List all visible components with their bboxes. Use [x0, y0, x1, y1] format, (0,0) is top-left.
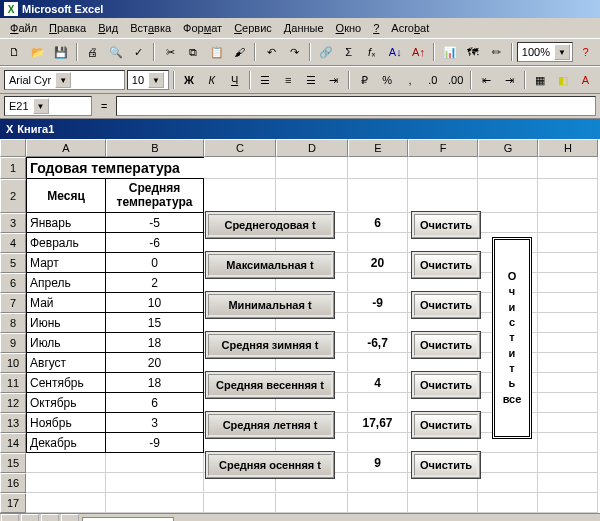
- cell[interactable]: Август: [26, 353, 106, 373]
- menu-insert[interactable]: Вставка: [124, 20, 177, 36]
- borders-icon[interactable]: ▦: [530, 69, 551, 91]
- cell[interactable]: [408, 493, 478, 513]
- inc-indent-icon[interactable]: ⇥: [499, 69, 520, 91]
- spreadsheet-grid[interactable]: A B C D E F G H 1Годовая температура2Мес…: [0, 139, 600, 513]
- sort-desc-icon[interactable]: A↑: [408, 41, 429, 63]
- compute-button[interactable]: Среднегодовая t: [206, 212, 334, 238]
- sort-asc-icon[interactable]: A↓: [385, 41, 406, 63]
- cell[interactable]: [538, 213, 598, 233]
- col-header[interactable]: C: [204, 139, 276, 157]
- col-header[interactable]: A: [26, 139, 106, 157]
- spell-icon[interactable]: ✓: [128, 41, 149, 63]
- row-header[interactable]: 7: [0, 293, 26, 313]
- menu-format[interactable]: Формат: [177, 20, 228, 36]
- clear-button[interactable]: Очистить: [412, 252, 480, 278]
- row-header[interactable]: 4: [0, 233, 26, 253]
- cell[interactable]: [538, 493, 598, 513]
- select-all-corner[interactable]: [0, 139, 26, 157]
- menu-acrobat[interactable]: Acrobat: [385, 20, 435, 36]
- menu-window[interactable]: Окно: [330, 20, 368, 36]
- comma-icon[interactable]: ,: [400, 69, 421, 91]
- row-header[interactable]: 17: [0, 493, 26, 513]
- cell[interactable]: [348, 393, 408, 413]
- cell[interactable]: [204, 493, 276, 513]
- cell[interactable]: [538, 433, 598, 453]
- col-header[interactable]: F: [408, 139, 478, 157]
- compute-button[interactable]: Средняя весенняя t: [206, 372, 334, 398]
- new-icon[interactable]: 🗋: [4, 41, 25, 63]
- map-icon[interactable]: 🗺: [462, 41, 483, 63]
- cell[interactable]: 9: [348, 453, 408, 473]
- cell[interactable]: [106, 493, 204, 513]
- menu-tools[interactable]: Сервис: [228, 20, 278, 36]
- cell[interactable]: [538, 293, 598, 313]
- cell[interactable]: 4: [348, 373, 408, 393]
- dec-decimal-icon[interactable]: .00: [445, 69, 466, 91]
- merge-center-icon[interactable]: ⇥: [323, 69, 344, 91]
- cell[interactable]: [538, 179, 598, 213]
- row-header[interactable]: 13: [0, 413, 26, 433]
- cell[interactable]: 18: [106, 333, 204, 353]
- cell[interactable]: [478, 213, 538, 233]
- row-header[interactable]: 10: [0, 353, 26, 373]
- formula-equals[interactable]: =: [96, 100, 112, 112]
- cell[interactable]: [408, 157, 478, 179]
- row-header[interactable]: 12: [0, 393, 26, 413]
- cell[interactable]: Февраль: [26, 233, 106, 253]
- dec-indent-icon[interactable]: ⇤: [476, 69, 497, 91]
- row-header[interactable]: 5: [0, 253, 26, 273]
- cell[interactable]: [538, 353, 598, 373]
- cell[interactable]: Октябрь: [26, 393, 106, 413]
- redo-icon[interactable]: ↷: [284, 41, 305, 63]
- cell[interactable]: [478, 493, 538, 513]
- cell[interactable]: [478, 157, 538, 179]
- cell[interactable]: 18: [106, 373, 204, 393]
- cell[interactable]: Июль: [26, 333, 106, 353]
- cell[interactable]: Январь: [26, 213, 106, 233]
- row-header[interactable]: 16: [0, 473, 26, 493]
- clear-button[interactable]: Очистить: [412, 452, 480, 478]
- clear-button[interactable]: Очистить: [412, 292, 480, 318]
- chevron-down-icon[interactable]: ▼: [554, 44, 570, 60]
- cell[interactable]: Май: [26, 293, 106, 313]
- compute-button[interactable]: Средняя осенняя t: [206, 452, 334, 478]
- chevron-down-icon[interactable]: ▼: [33, 98, 49, 114]
- cell[interactable]: [348, 233, 408, 253]
- cell[interactable]: Ноябрь: [26, 413, 106, 433]
- cell[interactable]: [538, 393, 598, 413]
- underline-button[interactable]: Ч: [224, 69, 245, 91]
- menu-view[interactable]: Вид: [92, 20, 124, 36]
- formula-input[interactable]: [116, 96, 596, 116]
- name-box[interactable]: E21 ▼: [4, 96, 92, 116]
- cell[interactable]: 15: [106, 313, 204, 333]
- col-header[interactable]: G: [478, 139, 538, 157]
- cell[interactable]: [538, 333, 598, 353]
- tab-nav-prev-icon[interactable]: ◀: [21, 514, 39, 521]
- save-icon[interactable]: 💾: [51, 41, 72, 63]
- cell[interactable]: [538, 413, 598, 433]
- print-icon[interactable]: 🖨: [82, 41, 103, 63]
- currency-icon[interactable]: ₽: [354, 69, 375, 91]
- cell[interactable]: 10: [106, 293, 204, 313]
- cell[interactable]: [538, 313, 598, 333]
- tab-nav-next-icon[interactable]: ▶: [41, 514, 59, 521]
- cell[interactable]: Годовая температура: [26, 157, 204, 179]
- clear-button[interactable]: Очистить: [412, 412, 480, 438]
- cell[interactable]: [276, 179, 348, 213]
- fill-color-icon[interactable]: ◧: [552, 69, 573, 91]
- cell[interactable]: [348, 353, 408, 373]
- compute-button[interactable]: Минимальная t: [206, 292, 334, 318]
- menu-data[interactable]: Данные: [278, 20, 330, 36]
- copy-icon[interactable]: ⧉: [183, 41, 204, 63]
- cell[interactable]: Апрель: [26, 273, 106, 293]
- align-left-icon[interactable]: ☰: [255, 69, 276, 91]
- cell[interactable]: [408, 179, 478, 213]
- clear-button[interactable]: Очистить: [412, 332, 480, 358]
- align-center-icon[interactable]: ≡: [278, 69, 299, 91]
- cell[interactable]: [538, 253, 598, 273]
- col-header[interactable]: B: [106, 139, 204, 157]
- cell[interactable]: [538, 473, 598, 493]
- clear-button[interactable]: Очистить: [412, 372, 480, 398]
- tab-nav-last-icon[interactable]: ⏭: [61, 514, 79, 521]
- row-header[interactable]: 3: [0, 213, 26, 233]
